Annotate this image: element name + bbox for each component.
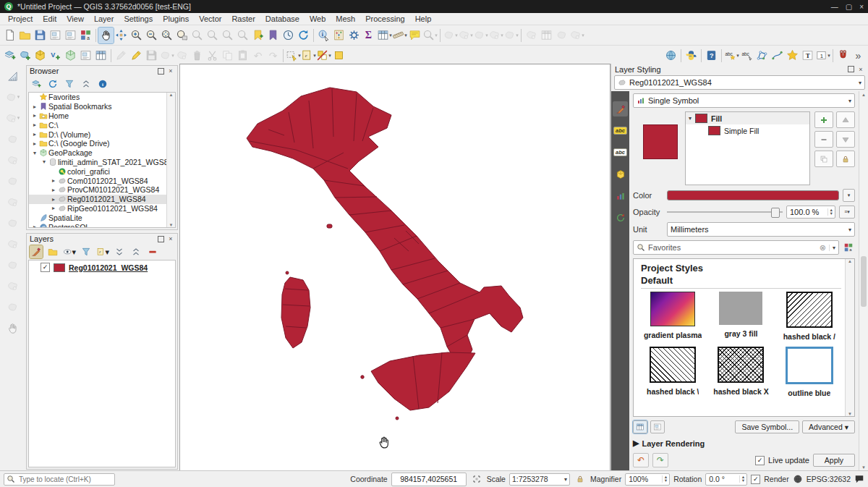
browser-item-postgresql[interactable]: ▸PostgreSQL [29, 222, 175, 228]
new-project-button[interactable] [2, 27, 17, 43]
browser-item-favorites[interactable]: Favorites [29, 93, 175, 102]
layer-labeling-button[interactable]: ▾ [724, 48, 739, 64]
layers-float-button[interactable] [157, 235, 164, 242]
new-spatial-bookmark-button[interactable] [250, 27, 265, 43]
rotation-spinbox[interactable]: 0.0 ° ▲▼ [705, 473, 747, 486]
new-shapefile-layer-button[interactable] [48, 48, 63, 64]
expand-arrow-icon[interactable]: ▸ [31, 112, 38, 119]
manage-map-themes-button[interactable]: ▾ [63, 245, 76, 258]
browser-item-spatial-bookmarks[interactable]: ▸Spatial Bookmarks [29, 102, 175, 111]
form-annotation-button[interactable]: ▾ [815, 48, 830, 64]
menu-raster[interactable]: Raster [226, 14, 260, 24]
close-button[interactable]: × [859, 3, 864, 11]
menu-mesh[interactable]: Mesh [331, 14, 360, 24]
locate-input[interactable] [17, 475, 112, 484]
style-swatch[interactable] [650, 347, 696, 383]
deselect-all-button[interactable]: ▾ [316, 48, 331, 64]
refresh-map-button[interactable] [296, 27, 311, 43]
spinner-arrows-icon[interactable]: ▲▼ [827, 208, 835, 216]
style-item-outline-blue[interactable]: outline blue [778, 347, 841, 397]
browser-item-colori-grafici[interactable]: colori_grafici [29, 166, 175, 176]
magnifier-spinbox[interactable]: 100% ▲▼ [625, 473, 670, 486]
browser-item-c[interactable]: ▸C:\ [29, 120, 175, 130]
masks-tab[interactable]: abc [613, 145, 628, 160]
toggle-editing-button[interactable] [129, 48, 144, 64]
duplicate-symbol-layer-button[interactable] [814, 151, 833, 167]
styling-close-button[interactable]: × [857, 66, 864, 73]
browser-scrollbar[interactable]: ▲▼ [166, 93, 175, 227]
style-swatch[interactable] [786, 347, 833, 384]
style-swatch[interactable] [719, 292, 762, 325]
style-manager-button[interactable] [78, 27, 93, 43]
new-geopackage-layer-button[interactable] [63, 48, 78, 64]
add-symbol-layer-button[interactable] [814, 111, 833, 128]
expand-arrow-icon[interactable]: ▾ [41, 158, 48, 165]
remove-layer-button[interactable] [146, 245, 159, 258]
expand-arrow-icon[interactable]: ▸ [50, 196, 57, 203]
browser-properties-button[interactable] [96, 77, 109, 90]
expand-arrow-icon[interactable]: ▸ [50, 187, 57, 193]
maximize-button[interactable]: ▢ [846, 3, 852, 11]
zoom-to-layer-button[interactable] [174, 27, 190, 43]
style-item-hashed-black[interactable]: hashed black \ [641, 347, 705, 397]
labels-tab[interactable]: abc [613, 123, 628, 138]
style-manager-shortcut-button[interactable] [842, 241, 855, 254]
coordinate-input[interactable] [391, 473, 467, 486]
expand-all-button[interactable] [113, 245, 126, 258]
layer-row[interactable]: ✓ Reg01012021_WGS84 [29, 263, 175, 272]
styling-float-button[interactable] [847, 66, 854, 73]
style-browser-scrollbar[interactable]: ▲▼ [845, 259, 854, 416]
refresh-browser-button[interactable] [46, 77, 59, 90]
browser-item-reg01012021-wgs84[interactable]: ▸Reg01012021_WGS84 [29, 195, 175, 204]
move-symbol-layer-down-button[interactable] [836, 131, 855, 148]
expand-arrow-icon[interactable]: ▾ [31, 150, 38, 156]
extents-toggle-button[interactable] [470, 473, 483, 486]
browser-close-button[interactable]: × [167, 67, 174, 75]
symbology-tab[interactable] [613, 101, 628, 117]
zoom-in-button[interactable] [129, 27, 144, 43]
expand-arrow-icon[interactable]: ▸ [31, 122, 38, 128]
show-statistics-button[interactable] [362, 27, 377, 43]
render-checkbox[interactable]: ✓ [751, 475, 760, 484]
layer-rendering-expander[interactable]: ▶ [633, 439, 639, 448]
style-item-hashed-black[interactable]: hashed black / [778, 292, 841, 341]
styling-redo-button[interactable]: ↷ [652, 453, 668, 467]
browser-item-spatialite[interactable]: SpatiaLite [29, 213, 175, 222]
new-temporary-scratch-layer-button[interactable] [78, 48, 93, 64]
styling-undo-button[interactable]: ↶ [633, 453, 649, 467]
opacity-slider[interactable] [667, 206, 783, 218]
browser-item-com01012021-wgs84[interactable]: ▸Com01012021_WGS84 [29, 176, 175, 185]
open-attribute-table-button[interactable]: ▾ [377, 27, 392, 43]
layer-visibility-checkbox[interactable]: ✓ [41, 263, 50, 272]
style-item-hashed-black-x[interactable]: hashed black X [709, 347, 773, 397]
annotation-star-button[interactable] [785, 48, 800, 64]
locate-box[interactable] [4, 473, 115, 486]
move-label-button[interactable] [739, 48, 754, 64]
symbol-layer-simple-fill[interactable]: Simple Fill [686, 124, 809, 137]
menu-plugins[interactable]: Plugins [158, 14, 194, 24]
style-item-gradient-plasma[interactable]: gradient plasma [641, 292, 705, 341]
browser-item-c-google-drive[interactable]: ▸C:\ (Google Drive) [29, 139, 175, 148]
chevron-down-icon[interactable]: ▾ [829, 245, 835, 251]
add-group-button[interactable] [46, 245, 59, 258]
temporal-controller-button[interactable] [281, 27, 296, 43]
browser-item-provcm01012021-wgs84[interactable]: ▸ProvCM01012021_WGS84 [29, 185, 175, 195]
toolbar-overflow-button[interactable]: » [851, 48, 866, 64]
spinner-arrows-icon[interactable]: ▲▼ [739, 475, 746, 483]
collapse-all-button[interactable] [80, 77, 93, 90]
vertex-tool-active-layer-button[interactable] [770, 48, 785, 64]
browser-item-ripgeo01012021-wgs84[interactable]: ▸RipGeo01012021_WGS84 [29, 204, 175, 213]
vertex-tool-button[interactable] [754, 48, 770, 64]
lock-scale-button[interactable] [574, 473, 587, 486]
history-tab[interactable] [613, 210, 628, 225]
symbol-layer-fill[interactable]: ▾Fill [686, 112, 809, 124]
diagrams-tab[interactable] [613, 188, 628, 203]
menu-project[interactable]: Project [3, 14, 38, 24]
menu-edit[interactable]: Edit [38, 14, 61, 24]
text-annotation-button[interactable] [800, 48, 815, 64]
menu-layer[interactable]: Layer [89, 14, 119, 24]
style-swatch[interactable] [718, 347, 764, 383]
expand-arrow-icon[interactable]: ▸ [31, 224, 38, 228]
new-virtual-layer-button[interactable] [93, 48, 109, 64]
measure-button[interactable]: ▾ [392, 27, 407, 43]
